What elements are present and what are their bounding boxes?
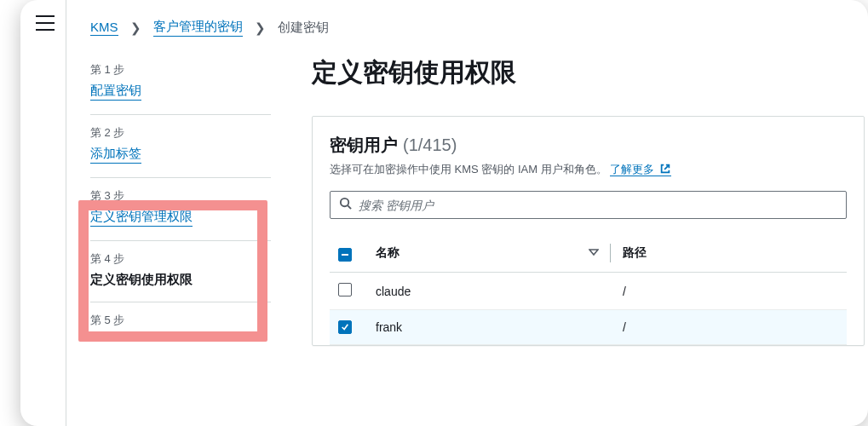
svg-point-0 [341,199,348,206]
panel-desc-text: 选择可在加密操作中使用 KMS 密钥的 IAM 用户和角色。 [330,163,607,176]
wizard-step-num: 第 5 步 [90,313,266,328]
wizard-step-num: 第 2 步 [90,125,266,141]
panel-title: 密钥用户 [330,134,398,157]
page-title: 定义密钥使用权限 [312,55,865,90]
column-header-path[interactable]: 路径 [623,245,647,259]
app-window: KMS ❯ 客户管理的密钥 ❯ 创建密钥 第 1 步 配置密钥 第 2 步 添加… [20,0,868,426]
panel-count: (1/415) [403,135,457,155]
main-content: 定义密钥使用权限 密钥用户 (1/415) 选择可在加密操作中使用 KMS 密钥… [312,52,868,347]
learn-more-link[interactable]: 了解更多 [610,163,671,176]
table-row[interactable]: claude / [330,273,847,310]
chevron-right-icon: ❯ [130,20,141,36]
cell-name: frank [367,310,614,345]
search-box[interactable] [330,191,847,219]
wizard-step-2[interactable]: 第 2 步 添加标签 [90,115,271,178]
breadcrumb-current: 创建密钥 [278,20,329,36]
wizard-step-1[interactable]: 第 1 步 配置密钥 [90,52,271,115]
wizard-step-3[interactable]: 第 3 步 定义密钥管理权限 [90,178,271,241]
wizard-step-num: 第 1 步 [90,62,266,78]
row-checkbox[interactable] [338,320,352,334]
wizard-step-link-add-tags[interactable]: 添加标签 [90,146,141,164]
left-gutter [20,0,66,426]
wizard-step-5: 第 5 步 [90,302,271,347]
key-users-table: 名称 路径 [330,234,847,345]
panel-description: 选择可在加密操作中使用 KMS 密钥的 IAM 用户和角色。 了解更多 [330,162,847,177]
search-input[interactable] [359,199,837,212]
wizard-step-current: 定义密钥使用权限 [90,272,193,286]
cell-path: / [614,273,847,310]
key-users-panel: 密钥用户 (1/415) 选择可在加密操作中使用 KMS 密钥的 IAM 用户和… [312,116,865,346]
wizard-step-num: 第 4 步 [90,251,266,267]
wizard-step-link-configure-key[interactable]: 配置密钥 [90,83,141,101]
wizard-step-num: 第 3 步 [90,188,266,204]
breadcrumb-mid[interactable]: 客户管理的密钥 [153,19,243,37]
breadcrumb: KMS ❯ 客户管理的密钥 ❯ 创建密钥 [90,19,868,37]
select-all-checkbox[interactable] [338,248,352,262]
cell-name: claude [367,273,614,310]
breadcrumb-root[interactable]: KMS [90,20,118,36]
column-divider [610,244,611,262]
table-row[interactable]: frank / [330,310,847,345]
wizard-step-4: 第 4 步 定义密钥使用权限 [90,241,271,302]
cell-path: / [614,310,847,345]
hamburger-menu-icon[interactable] [36,15,55,31]
wizard-steps: 第 1 步 配置密钥 第 2 步 添加标签 第 3 步 定义密钥管理权限 第 4… [90,52,271,347]
column-header-name[interactable]: 名称 [376,245,400,259]
row-checkbox[interactable] [338,283,352,296]
chevron-right-icon: ❯ [255,20,266,36]
wizard-step-link-define-admin-perms[interactable]: 定义密钥管理权限 [90,209,193,227]
sort-icon[interactable] [589,246,599,260]
search-icon [339,197,352,213]
external-link-icon [659,163,671,177]
